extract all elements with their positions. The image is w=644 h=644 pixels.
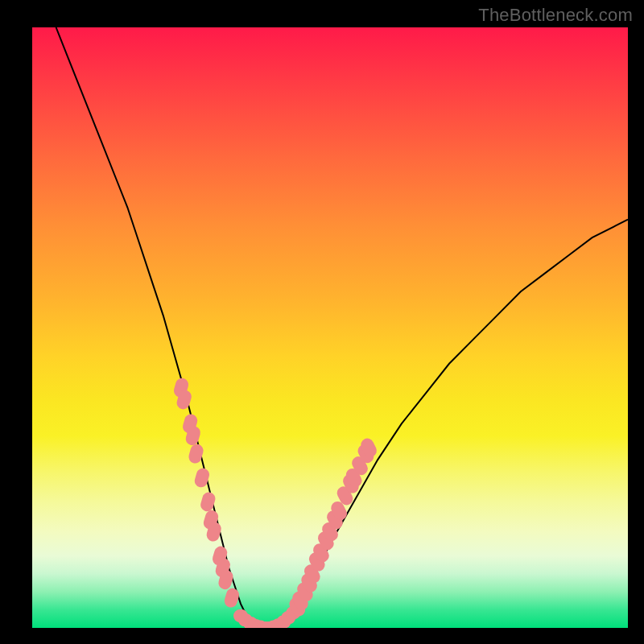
chart-plot-area — [32, 27, 628, 628]
curve-path — [56, 27, 628, 628]
watermark-text: TheBottleneck.com — [478, 5, 633, 26]
data-marker — [223, 587, 241, 609]
bottleneck-curve — [32, 27, 628, 628]
chart-frame: TheBottleneck.com — [0, 0, 644, 644]
